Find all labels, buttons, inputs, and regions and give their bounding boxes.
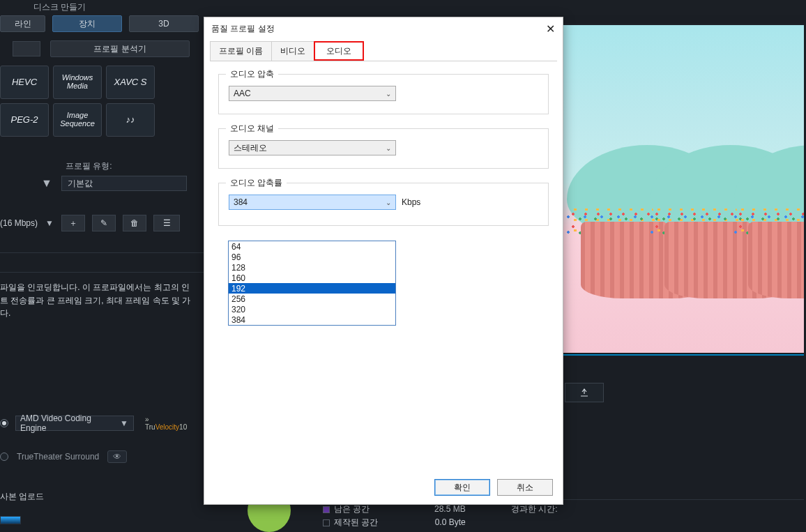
bitrate-option-320[interactable]: 320 [229, 304, 395, 314]
codec-audio[interactable]: ♪♪ [106, 103, 155, 137]
menu-disk[interactable]: 디스크 만들기 [33, 1, 86, 13]
truetheater-radio[interactable] [0, 453, 8, 461]
edit-button[interactable]: ✎ [92, 215, 116, 231]
bitrate-option-192[interactable]: 192 [229, 283, 395, 294]
bitrate-option-128[interactable]: 128 [229, 262, 395, 273]
export-button[interactable] [565, 383, 604, 402]
analyzer-icon[interactable] [13, 41, 40, 56]
export-icon [579, 387, 590, 398]
bitrate-option-256[interactable]: 256 [229, 294, 395, 304]
encoder-select[interactable]: AMD Video Coding Engine▼ [15, 416, 134, 431]
chevron-down-icon[interactable]: ▼ [42, 178, 52, 188]
tab-3d[interactable]: 3D [129, 15, 199, 32]
encoder-radio[interactable] [0, 419, 8, 427]
profile-description: 파일을 인코딩합니다. 이 프로파일에서는 최고의 인 트 전송률과 큰 프레임… [0, 281, 223, 320]
audio-bitrate-dropdown[interactable]: 6496128160192256320384 [228, 241, 396, 326]
bitrate-option-160[interactable]: 160 [229, 273, 395, 283]
ok-button[interactable]: 확인 [434, 479, 490, 496]
info-values: 28.5 MB 0.0 Byte [434, 503, 466, 529]
profile-type-label: 프로필 유형: [66, 160, 112, 172]
audio-channel-legend: 오디오 채널 [226, 123, 278, 135]
truetheater-label: TrueTheater Surround [17, 452, 99, 462]
fast-render-swatch [0, 516, 21, 524]
audio-bitrate-legend: 오디오 압축률 [226, 177, 287, 189]
profile-type-select[interactable]: 기본값 [61, 176, 187, 191]
audio-channel-select[interactable]: 스테레오⌄ [229, 140, 396, 155]
bitrate-option-384[interactable]: 384 [229, 314, 395, 325]
tab-online[interactable]: 라인 [0, 15, 45, 32]
bitrate-option-64[interactable]: 64 [229, 241, 395, 252]
quality-profile-dialog: 품질 프로필 설정 ✕ 프로필 이름 비디오 오디오 오디오 압축 AAC⌄ 오… [204, 17, 563, 505]
audio-codec-legend: 오디오 압축 [226, 68, 278, 80]
tab-device[interactable]: 장치 [52, 15, 122, 32]
tab-video[interactable]: 비디오 [271, 41, 314, 61]
audio-codec-select[interactable]: AAC⌄ [229, 86, 396, 101]
bitrate-text: (16 Mbps) [0, 218, 38, 228]
codec-xavcs[interactable]: XAVC S [106, 66, 155, 99]
kbps-unit: Kbps [402, 197, 420, 207]
info-labels: 남은 공간 제작된 공간 [323, 503, 378, 529]
dialog-title: 품질 프로필 설정 [211, 23, 275, 35]
bitrate-option-96[interactable]: 96 [229, 252, 395, 262]
list-button[interactable]: ☰ [153, 215, 180, 231]
chevron-down-icon[interactable]: ▼ [45, 218, 54, 228]
tab-profile-name[interactable]: 프로필 이름 [210, 41, 272, 61]
cancel-button[interactable]: 취소 [497, 479, 553, 496]
profile-analyzer-button[interactable]: 프로필 분석기 [50, 40, 190, 57]
codec-hevc[interactable]: HEVC [0, 66, 49, 99]
codec-mpeg2[interactable]: PEG-2 [0, 103, 49, 137]
add-button[interactable]: ＋ [61, 215, 85, 231]
upload-copy-label: 사본 업로드 [0, 491, 44, 503]
eye-icon[interactable]: 👁 [107, 450, 127, 463]
close-button[interactable]: ✕ [542, 20, 558, 37]
audio-bitrate-select[interactable]: 384⌄ [229, 195, 396, 210]
tab-audio[interactable]: 오디오 [314, 41, 364, 61]
delete-button[interactable]: 🗑 [123, 215, 146, 231]
codec-image-seq[interactable]: Image Sequence [53, 103, 102, 137]
truvelocity-logo: »TruVelocity10 [145, 416, 187, 431]
codec-wmv[interactable]: Windows Media [53, 66, 102, 99]
